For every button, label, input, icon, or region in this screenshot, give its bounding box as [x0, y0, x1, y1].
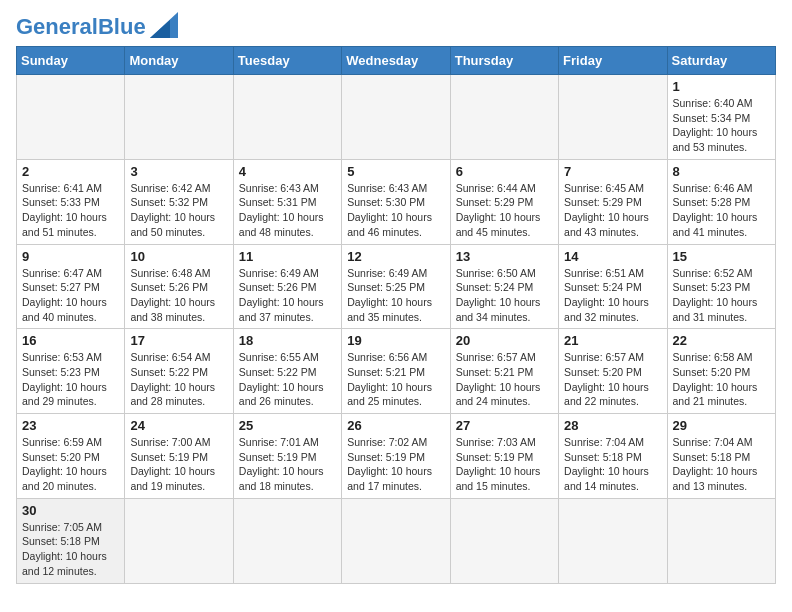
day-info: Sunrise: 6:46 AM Sunset: 5:28 PM Dayligh…	[673, 181, 770, 240]
calendar-day-cell: 17Sunrise: 6:54 AM Sunset: 5:22 PM Dayli…	[125, 329, 233, 414]
calendar-day-cell: 28Sunrise: 7:04 AM Sunset: 5:18 PM Dayli…	[559, 414, 667, 499]
day-number: 26	[347, 418, 444, 433]
day-info: Sunrise: 6:41 AM Sunset: 5:33 PM Dayligh…	[22, 181, 119, 240]
day-number: 18	[239, 333, 336, 348]
calendar-day-cell: 14Sunrise: 6:51 AM Sunset: 5:24 PM Dayli…	[559, 244, 667, 329]
calendar-day-cell: 8Sunrise: 6:46 AM Sunset: 5:28 PM Daylig…	[667, 159, 775, 244]
calendar-day-cell: 11Sunrise: 6:49 AM Sunset: 5:26 PM Dayli…	[233, 244, 341, 329]
calendar-day-cell	[450, 75, 558, 160]
logo-icon	[150, 12, 178, 38]
day-number: 6	[456, 164, 553, 179]
calendar-day-cell: 19Sunrise: 6:56 AM Sunset: 5:21 PM Dayli…	[342, 329, 450, 414]
day-number: 15	[673, 249, 770, 264]
day-info: Sunrise: 6:57 AM Sunset: 5:21 PM Dayligh…	[456, 350, 553, 409]
weekday-header: Thursday	[450, 47, 558, 75]
day-number: 13	[456, 249, 553, 264]
day-info: Sunrise: 6:56 AM Sunset: 5:21 PM Dayligh…	[347, 350, 444, 409]
day-info: Sunrise: 6:42 AM Sunset: 5:32 PM Dayligh…	[130, 181, 227, 240]
calendar-day-cell: 24Sunrise: 7:00 AM Sunset: 5:19 PM Dayli…	[125, 414, 233, 499]
calendar-day-cell	[559, 75, 667, 160]
day-info: Sunrise: 7:05 AM Sunset: 5:18 PM Dayligh…	[22, 520, 119, 579]
calendar-table: SundayMondayTuesdayWednesdayThursdayFrid…	[16, 46, 776, 584]
calendar-day-cell	[233, 75, 341, 160]
calendar-day-cell: 7Sunrise: 6:45 AM Sunset: 5:29 PM Daylig…	[559, 159, 667, 244]
calendar-day-cell	[342, 498, 450, 583]
day-info: Sunrise: 7:02 AM Sunset: 5:19 PM Dayligh…	[347, 435, 444, 494]
day-number: 9	[22, 249, 119, 264]
calendar-day-cell: 20Sunrise: 6:57 AM Sunset: 5:21 PM Dayli…	[450, 329, 558, 414]
day-number: 8	[673, 164, 770, 179]
day-info: Sunrise: 6:55 AM Sunset: 5:22 PM Dayligh…	[239, 350, 336, 409]
calendar-week-row: 9Sunrise: 6:47 AM Sunset: 5:27 PM Daylig…	[17, 244, 776, 329]
day-number: 5	[347, 164, 444, 179]
day-number: 25	[239, 418, 336, 433]
calendar-week-row: 2Sunrise: 6:41 AM Sunset: 5:33 PM Daylig…	[17, 159, 776, 244]
day-number: 22	[673, 333, 770, 348]
calendar-day-cell: 30Sunrise: 7:05 AM Sunset: 5:18 PM Dayli…	[17, 498, 125, 583]
day-info: Sunrise: 7:03 AM Sunset: 5:19 PM Dayligh…	[456, 435, 553, 494]
calendar-day-cell: 18Sunrise: 6:55 AM Sunset: 5:22 PM Dayli…	[233, 329, 341, 414]
day-info: Sunrise: 7:00 AM Sunset: 5:19 PM Dayligh…	[130, 435, 227, 494]
calendar-day-cell: 21Sunrise: 6:57 AM Sunset: 5:20 PM Dayli…	[559, 329, 667, 414]
day-info: Sunrise: 6:40 AM Sunset: 5:34 PM Dayligh…	[673, 96, 770, 155]
day-number: 2	[22, 164, 119, 179]
day-number: 14	[564, 249, 661, 264]
day-number: 7	[564, 164, 661, 179]
day-number: 28	[564, 418, 661, 433]
logo-text: GeneralBlue	[16, 16, 146, 38]
weekday-header-row: SundayMondayTuesdayWednesdayThursdayFrid…	[17, 47, 776, 75]
day-number: 20	[456, 333, 553, 348]
day-info: Sunrise: 6:47 AM Sunset: 5:27 PM Dayligh…	[22, 266, 119, 325]
logo-general: General	[16, 14, 98, 39]
weekday-header: Friday	[559, 47, 667, 75]
day-info: Sunrise: 6:43 AM Sunset: 5:31 PM Dayligh…	[239, 181, 336, 240]
day-number: 12	[347, 249, 444, 264]
day-number: 1	[673, 79, 770, 94]
calendar-day-cell	[125, 75, 233, 160]
day-number: 21	[564, 333, 661, 348]
calendar-day-cell: 12Sunrise: 6:49 AM Sunset: 5:25 PM Dayli…	[342, 244, 450, 329]
logo-blue: Blue	[98, 14, 146, 39]
day-info: Sunrise: 6:54 AM Sunset: 5:22 PM Dayligh…	[130, 350, 227, 409]
day-number: 11	[239, 249, 336, 264]
day-info: Sunrise: 6:57 AM Sunset: 5:20 PM Dayligh…	[564, 350, 661, 409]
page-header: GeneralBlue	[16, 16, 776, 38]
day-info: Sunrise: 6:48 AM Sunset: 5:26 PM Dayligh…	[130, 266, 227, 325]
weekday-header: Wednesday	[342, 47, 450, 75]
day-number: 10	[130, 249, 227, 264]
calendar-day-cell: 6Sunrise: 6:44 AM Sunset: 5:29 PM Daylig…	[450, 159, 558, 244]
day-info: Sunrise: 6:49 AM Sunset: 5:26 PM Dayligh…	[239, 266, 336, 325]
day-number: 29	[673, 418, 770, 433]
day-number: 4	[239, 164, 336, 179]
calendar-day-cell: 29Sunrise: 7:04 AM Sunset: 5:18 PM Dayli…	[667, 414, 775, 499]
day-info: Sunrise: 6:43 AM Sunset: 5:30 PM Dayligh…	[347, 181, 444, 240]
weekday-header: Sunday	[17, 47, 125, 75]
weekday-header: Tuesday	[233, 47, 341, 75]
day-info: Sunrise: 6:52 AM Sunset: 5:23 PM Dayligh…	[673, 266, 770, 325]
day-info: Sunrise: 7:04 AM Sunset: 5:18 PM Dayligh…	[673, 435, 770, 494]
day-info: Sunrise: 6:50 AM Sunset: 5:24 PM Dayligh…	[456, 266, 553, 325]
calendar-day-cell	[125, 498, 233, 583]
day-number: 27	[456, 418, 553, 433]
calendar-day-cell: 26Sunrise: 7:02 AM Sunset: 5:19 PM Dayli…	[342, 414, 450, 499]
calendar-day-cell	[450, 498, 558, 583]
calendar-day-cell: 5Sunrise: 6:43 AM Sunset: 5:30 PM Daylig…	[342, 159, 450, 244]
weekday-header: Saturday	[667, 47, 775, 75]
calendar-day-cell	[667, 498, 775, 583]
calendar-day-cell: 16Sunrise: 6:53 AM Sunset: 5:23 PM Dayli…	[17, 329, 125, 414]
calendar-day-cell	[342, 75, 450, 160]
calendar-day-cell: 23Sunrise: 6:59 AM Sunset: 5:20 PM Dayli…	[17, 414, 125, 499]
day-info: Sunrise: 6:44 AM Sunset: 5:29 PM Dayligh…	[456, 181, 553, 240]
day-number: 23	[22, 418, 119, 433]
calendar-day-cell	[233, 498, 341, 583]
calendar-day-cell: 4Sunrise: 6:43 AM Sunset: 5:31 PM Daylig…	[233, 159, 341, 244]
day-info: Sunrise: 6:59 AM Sunset: 5:20 PM Dayligh…	[22, 435, 119, 494]
logo: GeneralBlue	[16, 16, 178, 38]
day-number: 24	[130, 418, 227, 433]
calendar-day-cell: 9Sunrise: 6:47 AM Sunset: 5:27 PM Daylig…	[17, 244, 125, 329]
day-number: 17	[130, 333, 227, 348]
calendar-day-cell: 13Sunrise: 6:50 AM Sunset: 5:24 PM Dayli…	[450, 244, 558, 329]
calendar-week-row: 30Sunrise: 7:05 AM Sunset: 5:18 PM Dayli…	[17, 498, 776, 583]
day-number: 19	[347, 333, 444, 348]
day-info: Sunrise: 7:04 AM Sunset: 5:18 PM Dayligh…	[564, 435, 661, 494]
